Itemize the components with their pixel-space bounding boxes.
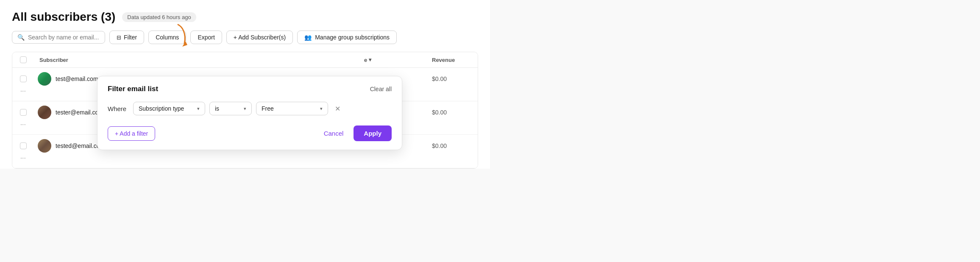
subscriber-email-1: test@email.com (56, 75, 98, 82)
row-3-more-icon[interactable]: ··· (17, 153, 29, 164)
is-select[interactable]: is ▾ (209, 102, 252, 115)
avatar-2 (38, 106, 51, 119)
apply-button[interactable]: Apply (354, 125, 392, 141)
add-filter-button[interactable]: + Add a filter (108, 126, 155, 141)
row-1-more-icon[interactable]: ··· (17, 86, 29, 97)
header-checkbox-cell (12, 56, 34, 63)
free-select[interactable]: Free ▾ (256, 102, 328, 115)
search-input[interactable] (28, 34, 100, 41)
filter-row-close-button[interactable]: ✕ (332, 104, 343, 114)
subscribers-table: Subscriber e ▾ Revenue test@email.com 20… (12, 52, 478, 169)
search-icon: 🔍 (17, 34, 25, 41)
filter-where-label: Where (108, 105, 129, 112)
toolbar-row: 🔍 ⊟ Filter Columns Export + Add Subscrib… (12, 31, 478, 44)
export-button[interactable]: Export (190, 31, 222, 44)
select-all-checkbox[interactable] (20, 56, 27, 63)
header-date[interactable]: e ▾ (359, 56, 427, 63)
header-subscriber: Subscriber (34, 56, 359, 63)
add-subscriber-button[interactable]: + Add Subscriber(s) (226, 31, 293, 44)
row-3-checkbox[interactable] (20, 142, 27, 149)
revenue-cell-3: $0.00 (427, 142, 478, 149)
search-input-wrapper[interactable]: 🔍 (12, 31, 105, 44)
people-icon: 👥 (304, 34, 312, 41)
clear-all-button[interactable]: Clear all (370, 86, 392, 92)
row-2-checkbox[interactable] (20, 109, 27, 116)
filter-button[interactable]: ⊟ Filter (109, 31, 144, 44)
actions-cell-2: ··· (12, 119, 34, 130)
filter-panel: Filter email list Clear all Where Subscr… (97, 76, 402, 150)
row-2-more-icon[interactable]: ··· (17, 119, 29, 130)
filter-footer-right: Cancel Apply (319, 125, 392, 141)
chevron-down-icon: ▾ (197, 106, 200, 111)
revenue-cell-1: $0.00 (427, 75, 478, 82)
table-header: Subscriber e ▾ Revenue (12, 52, 478, 68)
row-checkbox-cell-2 (12, 109, 34, 116)
cancel-button[interactable]: Cancel (319, 126, 349, 140)
chevron-down-icon: ▾ (320, 106, 323, 111)
avatar-3 (38, 139, 51, 153)
header-row: All subscribers (3) Data updated 6 hours… (12, 10, 478, 24)
avatar-1 (38, 72, 51, 86)
filter-panel-header: Filter email list Clear all (108, 85, 392, 93)
page-title: All subscribers (3) (12, 10, 115, 24)
chevron-down-icon: ▾ (244, 106, 246, 111)
sort-icon: ▾ (369, 57, 371, 63)
header-revenue: Revenue (427, 56, 478, 63)
columns-button[interactable]: Columns (148, 31, 186, 44)
page-wrapper: All subscribers (3) Data updated 6 hours… (0, 0, 490, 169)
row-checkbox-cell-1 (12, 75, 34, 82)
row-checkbox-cell-3 (12, 142, 34, 149)
subscription-type-select[interactable]: Subscription type ▾ (133, 102, 205, 115)
revenue-cell-2: $0.00 (427, 109, 478, 116)
actions-cell-1: ··· (12, 86, 34, 97)
filter-row: Where Subscription type ▾ is ▾ Free ▾ ✕ (108, 102, 392, 115)
filter-icon: ⊟ (117, 34, 121, 41)
filter-panel-title: Filter email list (108, 85, 158, 93)
subscriber-email-2: tester@email.com (56, 109, 103, 116)
data-updated-badge: Data updated 6 hours ago (122, 12, 196, 22)
manage-group-button[interactable]: 👥 Manage group subscriptions (297, 31, 397, 44)
filter-panel-footer: + Add a filter Cancel Apply (108, 125, 392, 141)
row-1-checkbox[interactable] (20, 75, 27, 82)
actions-cell-3: ··· (12, 153, 34, 164)
